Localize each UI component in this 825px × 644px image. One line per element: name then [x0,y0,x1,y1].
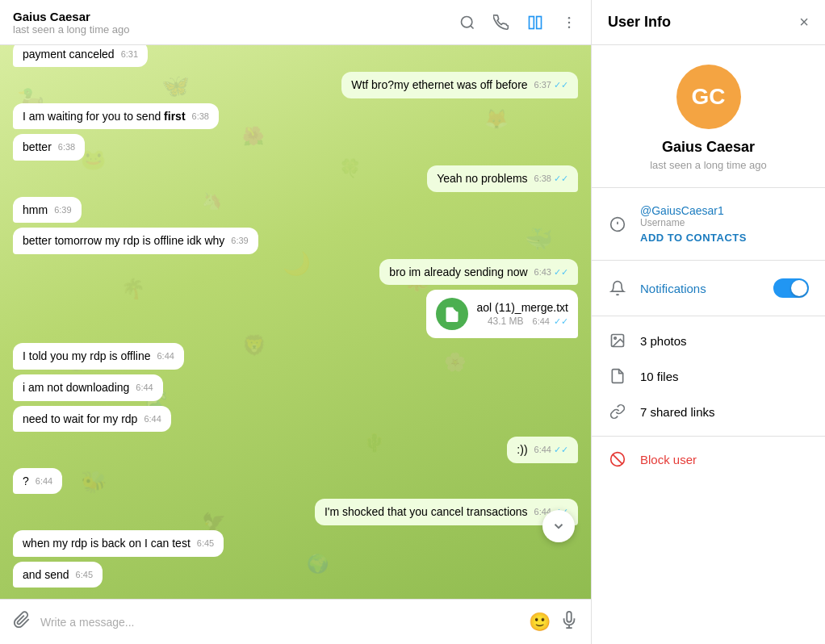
file-info: aol (11)_merge.txt 43.1 MB 6:44 ✓✓ [476,301,568,327]
svg-point-33 [614,337,617,340]
username-sublabel: Username [640,217,809,228]
file-name: aol (11)_merge.txt [476,301,568,314]
notifications-label: Notifications [640,282,760,295]
svg-point-5 [568,21,571,23]
toggle-knob [791,280,807,296]
media-section: 3 photos 10 files 7 shared links [592,316,825,437]
bubble-incoming: when my rdp is back on I can test 6:45 [13,530,224,557]
bubble-incoming: ? 6:44 [13,468,62,495]
files-row[interactable]: 10 files [608,358,809,394]
bubble-meta: 6:45 [197,537,214,550]
bubble-meta: 6:38 ✓✓ [534,173,568,185]
notifications-section: Notifications [592,261,825,316]
close-icon[interactable]: × [799,13,809,31]
layout-icon[interactable] [526,14,544,31]
bubble-incoming: i am not downloading 6:44 [13,374,163,401]
bubble-meta: 6:39 [231,235,248,247]
bubble-outgoing: Yeah no problems 6:38 ✓✓ [427,165,578,192]
message-row: I am waiting for you to send first 6:38 [13,103,578,130]
message-row: :)) 6:44 ✓✓ [13,437,578,463]
message-row: better tomorrow my rdp is offline idk wh… [13,228,578,254]
svg-point-4 [568,16,571,19]
bubble-incoming: hmm 6:39 [13,197,82,224]
message-row: aol (11)_merge.txt 43.1 MB 6:44 ✓✓ [13,290,578,338]
bubble-meta: 6:31 [121,48,138,61]
files-icon [608,366,627,386]
profile-status: last seen a long time ago [650,159,767,171]
svg-point-0 [462,16,472,27]
avatar: GC [676,65,741,129]
input-area: 🙂 [0,599,591,644]
block-label: Block user [640,453,697,466]
bubble-meta: 6:37 ✓✓ [534,79,568,91]
message-row: ? 6:44 [13,468,578,495]
links-icon [608,402,627,421]
chat-status: last seen a long time ago [13,23,130,36]
notifications-toggle[interactable] [773,278,809,298]
sidebar-title: User Info [608,14,671,31]
bubble-meta: 6:44 [36,475,52,487]
block-icon [608,450,627,469]
block-user-button[interactable]: Block user [608,450,809,469]
block-section: Block user [592,437,825,482]
info-icon [608,215,627,234]
links-row[interactable]: 7 shared links [608,394,809,429]
bubble-meta: 6:44 [157,350,174,362]
bubble-meta: 6:44 [136,382,153,394]
messages-scroll[interactable]: yeah ok 6:31 payment canceled 6:31 [0,45,591,599]
bubble-outgoing: I'm shocked that you cancel transactions… [315,499,578,525]
photos-row[interactable]: 3 photos [608,323,809,358]
search-icon[interactable] [459,14,476,31]
messages-list: yeah ok 6:31 payment canceled 6:31 [13,45,578,589]
microphone-icon[interactable] [560,611,578,633]
bubble-outgoing: Wtf bro?my ethernet was off before 6:37 … [341,72,578,98]
bubble-meta: 6:45 [76,569,93,581]
add-to-contacts-button[interactable]: ADD TO CONTACTS [640,232,809,244]
bubble-incoming: need to wait for my rdp 6:44 [13,406,171,433]
bubble-outgoing: :)) 6:44 ✓✓ [507,437,578,463]
attach-icon[interactable] [13,611,31,633]
message-input[interactable] [40,616,519,629]
message-row: Yeah no problems 6:38 ✓✓ [13,165,578,192]
bell-icon [608,278,627,298]
username-row: @GaiusCaesar1 Username ADD TO CONTACTS [608,198,809,250]
message-row: need to wait for my rdp 6:44 [13,406,578,433]
username-content: @GaiusCaesar1 Username ADD TO CONTACTS [640,204,809,244]
message-row: I'm shocked that you cancel transactions… [13,499,578,525]
file-bubble[interactable]: aol (11)_merge.txt 43.1 MB 6:44 ✓✓ [426,290,578,338]
chat-header: Gaius Caesar last seen a long time ago [0,0,591,45]
bubble-outgoing: bro im already sending now 6:43 ✓✓ [379,259,578,286]
scroll-down-button[interactable] [542,510,575,542]
chat-header-icons [459,14,578,31]
files-label: 10 files [640,370,809,383]
bubble-incoming: better 6:38 [13,134,85,161]
emoji-icon[interactable]: 🙂 [529,612,551,633]
message-row: Wtf bro?my ethernet was off before 6:37 … [13,72,578,98]
bubble-incoming: I am waiting for you to send first 6:38 [13,103,219,130]
phone-icon[interactable] [492,14,510,31]
svg-point-6 [568,26,571,28]
user-info-sidebar: User Info × GC Gaius Caesar last seen a … [591,0,825,644]
message-row: when my rdp is back on I can test 6:45 [13,530,578,557]
message-row: I told you my rdp is offline 6:44 [13,343,578,370]
message-row: payment canceled 6:31 [13,45,578,67]
bubble-incoming: better tomorrow my rdp is offline idk wh… [13,228,258,254]
more-icon[interactable] [560,14,578,31]
messages-wrapper: 🦆 🐸 🦋 🌺 🐠 🌴 🦄 🌙 🐧 🌊 🦁 🍀 🐙 🦊 🌸 🐳 🌵 🐝 🦅 [0,45,591,599]
svg-rect-3 [537,16,542,28]
message-row: and send 6:45 [13,562,578,588]
file-meta: 43.1 MB 6:44 ✓✓ [476,316,568,327]
chat-area: Gaius Caesar last seen a long time ago 🦆… [0,0,591,644]
message-row: bro im already sending now 6:43 ✓✓ [13,259,578,286]
chat-name: Gaius Caesar [13,10,130,23]
message-row: hmm 6:39 [13,197,578,224]
bubble-meta: 6:39 [54,204,71,216]
links-label: 7 shared links [640,405,809,419]
bubble-meta: 6:38 [192,111,209,123]
svg-rect-2 [530,16,534,28]
photos-icon [608,331,627,350]
svg-line-1 [471,25,474,28]
bubble-meta: 6:43 ✓✓ [534,266,568,278]
chat-header-info: Gaius Caesar last seen a long time ago [13,10,130,36]
bubble-meta: 6:44 ✓✓ [534,444,568,456]
